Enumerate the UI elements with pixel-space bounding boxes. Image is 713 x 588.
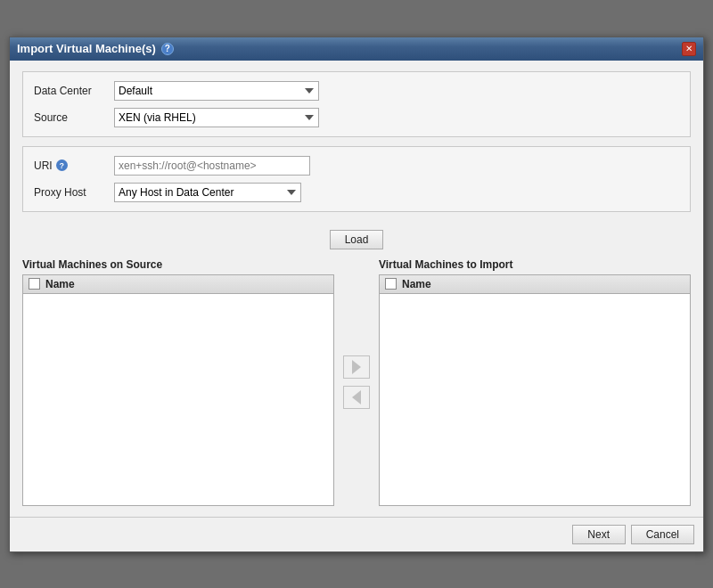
dialog-title: Import Virtual Machine(s): [17, 42, 156, 55]
title-bar-left: Import Virtual Machine(s) ?: [17, 42, 174, 55]
vm-import-checkbox[interactable]: [385, 278, 397, 290]
load-button[interactable]: Load: [330, 230, 384, 249]
arrow-left-icon: [352, 390, 361, 404]
import-vm-dialog: Import Virtual Machine(s) ? ✕ Data Cente…: [9, 37, 704, 552]
vm-source-header-label: Name: [45, 278, 75, 290]
vm-import-body: [380, 294, 690, 505]
load-section: Load: [22, 221, 691, 254]
uri-row: URI ?: [34, 156, 679, 176]
proxy-host-select[interactable]: Any Host in Data Center: [114, 183, 301, 202]
source-row: Source XEN (via RHEL): [34, 108, 679, 127]
data-center-select[interactable]: Default: [114, 81, 319, 101]
transfer-right-button[interactable]: [343, 355, 370, 379]
vm-import-header: Name: [380, 275, 690, 294]
data-center-row: Data Center Default: [34, 81, 679, 101]
cancel-button[interactable]: Cancel: [631, 525, 694, 544]
vm-source-table: Name: [22, 274, 334, 506]
next-button[interactable]: Next: [572, 525, 626, 544]
vm-source-body: [23, 294, 333, 505]
source-select[interactable]: XEN (via RHEL): [114, 108, 319, 127]
footer: Next Cancel: [10, 517, 703, 551]
uri-help-icon[interactable]: ?: [56, 159, 68, 171]
proxy-host-row: Proxy Host Any Host in Data Center: [34, 183, 679, 202]
uri-section: URI ? Proxy Host Any Host in Data Center: [22, 146, 691, 212]
form-section: Data Center Default Source XEN (via RHEL…: [22, 71, 691, 137]
vm-import-title: Virtual Machines to Import: [379, 258, 691, 271]
proxy-host-label: Proxy Host: [34, 186, 114, 199]
uri-control: [114, 156, 679, 176]
vm-panels: Virtual Machines on Source Name: [22, 258, 691, 506]
data-center-label: Data Center: [34, 85, 114, 97]
uri-input[interactable]: [114, 156, 310, 176]
close-button[interactable]: ✕: [682, 42, 696, 56]
arrow-right-icon: [352, 360, 361, 374]
vm-source-panel: Virtual Machines on Source Name: [22, 258, 334, 506]
proxy-host-control: Any Host in Data Center: [114, 183, 679, 202]
vm-area: Virtual Machines on Source Name: [22, 258, 691, 506]
data-center-control: Default: [114, 81, 679, 101]
title-bar: Import Virtual Machine(s) ? ✕: [10, 37, 703, 61]
uri-label: URI ?: [34, 159, 114, 172]
source-label: Source: [34, 111, 114, 124]
transfer-left-button[interactable]: [343, 386, 370, 409]
vm-import-header-label: Name: [402, 278, 431, 290]
vm-source-checkbox[interactable]: [29, 278, 40, 290]
transfer-buttons: [334, 258, 379, 506]
source-control: XEN (via RHEL): [114, 108, 679, 127]
vm-import-panel: Virtual Machines to Import Name: [379, 258, 691, 506]
vm-import-table: Name: [379, 274, 691, 506]
vm-source-title: Virtual Machines on Source: [22, 258, 334, 271]
vm-source-header: Name: [23, 275, 333, 294]
title-help-icon[interactable]: ?: [161, 43, 174, 55]
dialog-body: Data Center Default Source XEN (via RHEL…: [10, 61, 703, 517]
